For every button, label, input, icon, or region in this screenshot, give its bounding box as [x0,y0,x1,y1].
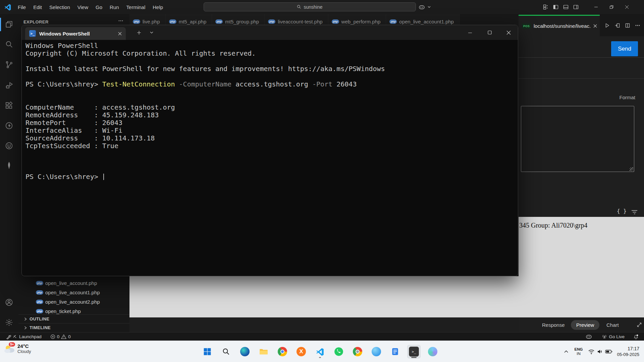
rest-client-panel: POS localhost/sunshine/liveac.. Send For… [519,14,644,332]
activity-thunder-client-icon[interactable] [2,119,16,132]
send-button[interactable]: Send [611,41,638,56]
search-input[interactable]: sunshine [204,2,416,11]
taskbar-chrome-icon[interactable] [276,345,289,358]
warning-count: 0 [68,334,71,339]
taskbar-copilot-icon[interactable] [426,345,439,358]
expand-icon[interactable] [637,322,642,327]
taskbar-file-explorer-icon[interactable] [257,345,270,358]
editor-tab[interactable]: phpmt5_group.php [212,14,265,25]
activity-settings-icon[interactable] [2,316,16,329]
taskbar-chrome-profile-icon[interactable] [351,345,364,358]
format-button[interactable]: Format [619,95,635,100]
powershell-window[interactable]: >_ Windows PowerShell Windows PowerShell… [21,25,518,276]
run-icon[interactable] [605,23,609,28]
battery-icon[interactable] [604,347,613,356]
menu-file[interactable]: File [15,3,29,11]
file-name: open_ticket.php [45,308,81,314]
menu-go[interactable]: Go [93,3,105,11]
chevron-down-icon[interactable] [428,6,431,8]
windows-taskbar: 9+ 24°C Cloudy X>_ ENG IN 17:17 05-09-20… [0,341,644,362]
explorer-more-actions-icon[interactable] [118,18,123,23]
sidebar-section-outline[interactable]: OUTLINE [18,314,129,323]
menu-selection[interactable]: Selection [46,3,73,11]
taskbar-notepad-icon[interactable] [388,345,402,358]
response-tab-preview[interactable]: Preview [571,320,599,330]
wifi-icon[interactable] [587,347,596,356]
activity-explorer-icon[interactable] [2,18,16,31]
window-close-icon[interactable] [501,25,516,40]
go-live-button[interactable]: Go Live [600,333,627,341]
weather-widget[interactable]: 9+ 24°C Cloudy [3,344,31,354]
copilot-icon[interactable] [417,2,427,12]
filter-icon[interactable] [631,210,638,215]
menu-help[interactable]: Help [150,3,166,11]
taskbar-whatsapp-icon[interactable] [332,345,345,358]
editor-tab[interactable]: phpmt5_api.php [166,14,212,25]
menu-view[interactable]: View [74,3,91,11]
weather-desc: Cloudy [17,349,31,354]
language-indicator[interactable]: ENG IN [575,347,583,356]
editor-tab[interactable]: phpweb_perform.php [328,14,386,25]
rest-request-tab[interactable]: POS localhost/sunshine/liveac.. [519,15,600,36]
activity-source-control-icon[interactable] [2,58,16,71]
menu-terminal[interactable]: Terminal [123,3,149,11]
file-item[interactable]: phpopen_live_account.php [18,278,129,288]
toggle-secondary-sidebar-icon[interactable] [571,2,581,12]
tab-close-icon[interactable] [118,32,122,36]
split-editor-icon[interactable] [625,23,630,28]
open-changes-icon[interactable] [615,23,620,28]
volume-icon[interactable] [596,347,604,356]
taskbar-search-icon[interactable] [219,345,233,358]
terminal-output[interactable]: Windows PowerShellCopyright (C) Microsof… [25,42,514,181]
file-item[interactable]: phpopen_live_account2.php [18,297,129,306]
lang-top: ENG [575,347,583,352]
problems-button[interactable]: 0 0 [48,333,73,341]
window-restore-icon[interactable] [604,0,619,14]
toggle-sidebar-icon[interactable] [551,2,561,12]
editor-tab[interactable]: phpliveaccount-test.php [265,14,328,25]
url-input[interactable] [519,36,608,58]
resize-grip[interactable] [630,167,634,171]
taskbar-xampp-icon[interactable]: X [294,345,308,358]
more-actions-icon[interactable] [635,25,640,26]
activity-remote-explorer-icon[interactable] [2,139,16,153]
hidden-icons-chevron[interactable] [562,347,571,356]
tab-close-icon[interactable] [593,24,597,28]
activity-search-icon[interactable] [2,38,16,51]
tab-dropdown-icon[interactable] [144,25,159,40]
powershell-titlebar[interactable]: >_ Windows PowerShell [22,25,518,40]
response-tab-chart[interactable]: Chart [606,317,619,332]
editor-tab[interactable]: phpopen_live_account1.php [386,14,460,25]
editor-tab[interactable]: phplive.php [129,14,166,25]
taskbar-edge-icon[interactable] [238,345,252,358]
launchpad-button[interactable]: Launchpad [4,333,44,341]
taskbar-blue-app-icon[interactable] [370,345,383,358]
menu-edit[interactable]: Edit [30,3,45,11]
window-minimize-icon[interactable] [462,25,478,40]
activity-account-icon[interactable] [2,296,16,309]
powershell-tab[interactable]: >_ Windows PowerShell [25,27,126,40]
window-close-icon[interactable] [619,0,635,14]
notifications-bell-icon[interactable] [631,333,641,341]
window-maximize-icon[interactable] [482,25,497,40]
activity-mongodb-icon[interactable] [2,159,16,172]
taskbar-start-icon[interactable] [201,345,214,358]
file-item[interactable]: phpopen_live_account1.php [18,288,129,297]
activity-run-debug-icon[interactable] [2,79,16,92]
copilot-status-icon[interactable] [584,333,594,341]
menu-run[interactable]: Run [107,3,122,11]
toggle-panel-icon[interactable] [561,2,571,12]
file-name: open_live_account.php [45,280,97,286]
request-body-textarea[interactable] [521,106,634,172]
sidebar-section-timeline[interactable]: TIMELINE [18,323,129,332]
php-icon: php [36,290,43,295]
customize-layout-icon[interactable] [541,2,551,12]
taskbar-vscode-icon[interactable] [313,345,327,358]
taskbar-terminal-icon[interactable]: >_ [407,345,421,358]
response-tab-response[interactable]: Response [542,317,565,332]
editor-tab-label: live.php [143,19,160,24]
window-minimize-icon[interactable] [588,0,604,14]
clock[interactable]: 17:17 05-09-2025 [617,346,640,358]
format-json-icon[interactable]: { } [617,208,627,214]
activity-extensions-icon[interactable] [2,99,16,112]
